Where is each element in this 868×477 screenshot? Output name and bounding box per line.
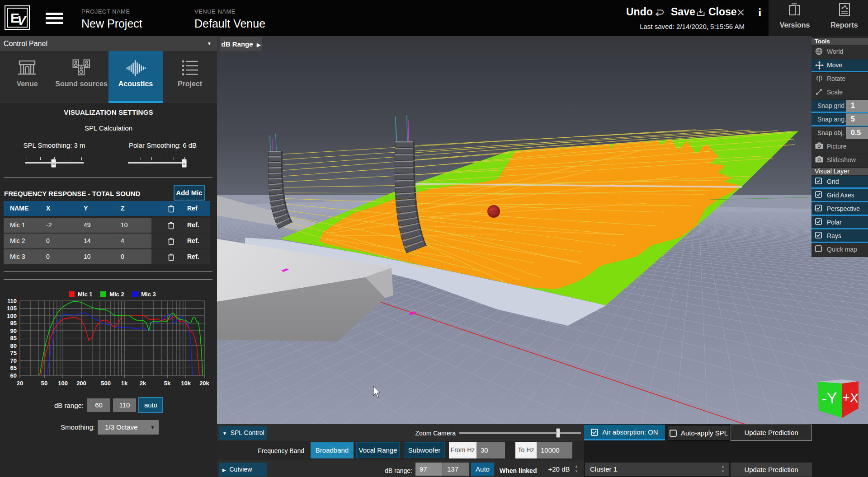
- svg-text:70: 70: [10, 357, 17, 364]
- svg-text:-Y: -Y: [821, 389, 838, 407]
- svg-text:90: 90: [10, 327, 17, 334]
- svg-text:95: 95: [10, 320, 17, 327]
- svg-text:105: 105: [7, 305, 17, 312]
- svg-text:2k: 2k: [140, 380, 146, 387]
- svg-text:100: 100: [7, 313, 17, 319]
- svg-text:+X: +X: [842, 390, 859, 405]
- svg-text:20: 20: [17, 380, 23, 387]
- svg-text:85: 85: [10, 335, 17, 341]
- svg-text:10k: 10k: [181, 380, 191, 387]
- svg-text:1k: 1k: [121, 380, 128, 387]
- svg-text:75: 75: [10, 350, 17, 356]
- svg-text:100: 100: [58, 380, 68, 387]
- svg-text:50: 50: [41, 380, 47, 387]
- svg-text:200: 200: [76, 380, 86, 387]
- svg-text:65: 65: [10, 365, 17, 371]
- svg-text:20k: 20k: [199, 380, 209, 387]
- svg-text:5k: 5k: [164, 380, 171, 387]
- svg-text:60: 60: [10, 372, 17, 379]
- svg-text:110: 110: [7, 298, 17, 304]
- svg-text:500: 500: [101, 380, 111, 387]
- svg-text:80: 80: [10, 342, 17, 349]
